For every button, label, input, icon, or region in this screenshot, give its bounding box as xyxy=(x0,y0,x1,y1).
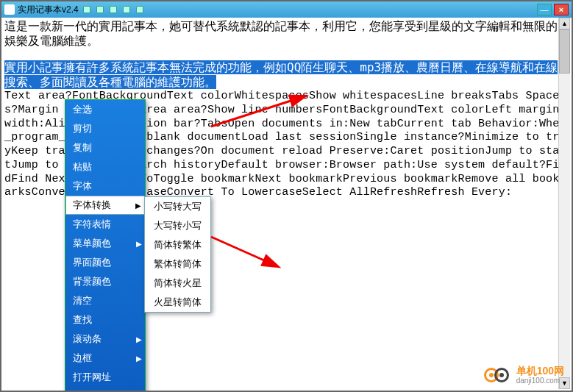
watermark-line2: danji100.com xyxy=(516,377,564,385)
submenu-item-3[interactable]: 繁体转简体 xyxy=(145,254,210,274)
submenu-item-4[interactable]: 简体转火星 xyxy=(145,274,210,293)
watermark-logo-icon xyxy=(484,366,512,384)
menu-item-11[interactable]: 查找 xyxy=(65,310,145,329)
scroll-up-button[interactable]: ▲ xyxy=(559,18,570,29)
intro-paragraph-1: 這是一款新一代的實用記事本，她可替代系統默認的記事本，利用它，您能享受到星級的文… xyxy=(4,19,569,49)
red-arrow-2 xyxy=(204,229,292,274)
dot-icon xyxy=(110,6,117,13)
dot-icon xyxy=(96,6,104,13)
submenu-item-0[interactable]: 小写转大写 xyxy=(145,197,210,216)
watermark-line1: 单机100网 xyxy=(516,366,564,377)
submenu-item-2[interactable]: 简体转繁体 xyxy=(145,235,210,254)
watermark-text: 单机100网 danji100.com xyxy=(516,366,564,385)
minimize-button[interactable]: — xyxy=(537,4,552,15)
dot-icon xyxy=(83,6,90,13)
menu-item-9[interactable]: 背景颜色 xyxy=(65,272,145,291)
submenu-arrow-icon: ▶ xyxy=(136,335,142,343)
window-buttons: — × xyxy=(537,4,569,15)
menu-item-10[interactable]: 清空 xyxy=(65,291,145,310)
submenu-font-convert: 小写转大写大写转小写简体转繁体繁体转简体简体转火星火星转简体 xyxy=(144,196,211,313)
title-bar: 实用记事本v2.4 — × xyxy=(1,1,572,18)
menu-item-7[interactable]: 菜单颜色▶ xyxy=(65,234,145,253)
menu-item-14[interactable]: 打开网址 xyxy=(65,368,145,387)
submenu-arrow-icon: ▶ xyxy=(136,240,142,248)
title-decorations xyxy=(83,6,537,13)
menu-item-0[interactable]: 全选 xyxy=(65,100,145,119)
dot-icon xyxy=(136,6,143,13)
watermark: 单机100网 danji100.com xyxy=(484,366,564,385)
menu-item-15[interactable]: 不懂就搜索▶ xyxy=(65,387,145,392)
dot-icon xyxy=(123,6,130,13)
close-button[interactable]: × xyxy=(554,4,569,15)
submenu-arrow-icon: ▶ xyxy=(136,354,142,363)
menu-item-8[interactable]: 界面颜色 xyxy=(65,253,145,272)
vertical-scrollbar[interactable]: ▲ ▼ xyxy=(558,18,570,389)
context-menu: 全选剪切复制粘贴字体字体转换▶小写转大写大写转小写简体转繁体繁体转简体简体转火星… xyxy=(65,99,146,392)
submenu-item-1[interactable]: 大写转小写 xyxy=(145,216,210,235)
menu-item-5[interactable]: 字体转换▶小写转大写大写转小写简体转繁体繁体转简体简体转火星火星转简体 xyxy=(65,196,145,215)
app-icon xyxy=(4,4,15,15)
menu-item-2[interactable]: 复制 xyxy=(65,138,145,157)
menu-item-4[interactable]: 字体 xyxy=(65,177,145,196)
menu-item-3[interactable]: 粘贴 xyxy=(65,157,145,177)
menu-item-12[interactable]: 滚动条▶ xyxy=(65,329,145,349)
submenu-arrow-icon: ▶ xyxy=(135,202,141,210)
menu-item-13[interactable]: 边框▶ xyxy=(65,349,145,368)
selected-text: 實用小記事擁有許多系統記事本無法完成的功能，例如QQ陌生聊天、mp3播放、農曆日… xyxy=(4,60,558,89)
svg-line-1 xyxy=(211,237,277,266)
submenu-item-5[interactable]: 火星转简体 xyxy=(145,293,210,312)
scroll-thumb[interactable] xyxy=(559,29,570,74)
menu-item-6[interactable]: 字符表情 xyxy=(65,215,145,234)
menu-item-1[interactable]: 剪切 xyxy=(65,119,145,138)
window-title: 实用记事本v2.4 xyxy=(18,4,79,16)
